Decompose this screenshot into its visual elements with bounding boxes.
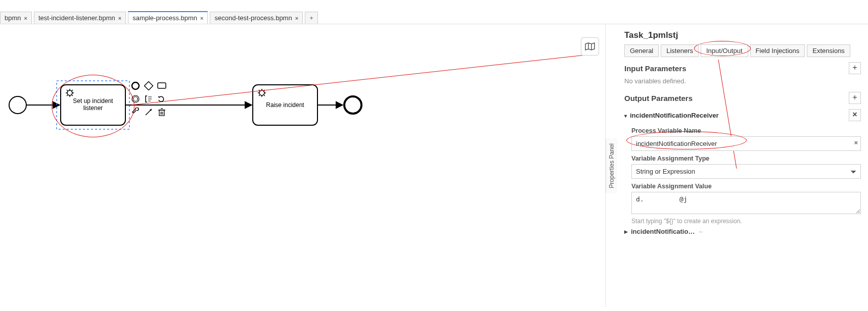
tab-test-incident-listener[interactable]: test-incident-listener.bpmn × xyxy=(34,12,126,24)
tab-label: bpmn xyxy=(5,14,21,22)
input-parameters-heading: Input Parameters xyxy=(624,64,687,73)
output-param-collapsed[interactable]: ▸ incidentNotificatio… ← xyxy=(624,225,861,238)
tab-bpmn[interactable]: bpmn × xyxy=(0,12,32,24)
annotation-line xyxy=(131,54,599,105)
minimap-toggle-button[interactable] xyxy=(581,37,599,56)
annotation-icon[interactable] xyxy=(144,94,154,104)
param-name: incidentNotificatio… xyxy=(631,228,695,235)
task-label: Set up incident xyxy=(73,97,113,105)
tab-extensions[interactable]: Extensions xyxy=(807,44,850,57)
end-event[interactable] xyxy=(344,96,361,114)
remove-param-button[interactable]: × xyxy=(849,109,861,121)
start-event[interactable] xyxy=(9,96,26,114)
expression-hint: Start typing "${}" to create an expressi… xyxy=(631,218,861,225)
property-tabs: General Listeners Input/Output Field Inj… xyxy=(624,44,861,57)
connect-icon[interactable] xyxy=(144,107,154,117)
chevron-down-icon: ▾ xyxy=(624,113,627,119)
tab-general[interactable]: General xyxy=(624,44,659,57)
properties-panel: Task_1pmlstj General Listeners Input/Out… xyxy=(617,24,868,307)
tab-input-output[interactable]: Input/Output xyxy=(701,44,748,57)
diagram-canvas[interactable]: Set up incident listener Raise incident xyxy=(0,24,605,307)
proc-var-name-label: Process Variable Name xyxy=(631,127,861,134)
plus-icon: + xyxy=(309,14,313,22)
svg-rect-19 xyxy=(145,82,153,90)
properties-panel-toggle[interactable]: Properties Panel xyxy=(606,138,617,193)
assign-type-select[interactable]: String or Expression xyxy=(631,164,861,179)
output-param-expanded[interactable]: ▾incidentNotificationReceiver × xyxy=(624,107,861,123)
tab-label: second-test-process.bpmn xyxy=(214,14,292,22)
trash-icon[interactable] xyxy=(157,107,167,117)
append-task-icon[interactable] xyxy=(157,81,167,91)
tab-label: test-incident-listener.bpmn xyxy=(38,14,115,22)
task-label: Raise incident xyxy=(266,101,304,109)
output-parameters-heading: Output Parameters xyxy=(624,94,693,102)
bpmn-diagram: Set up incident listener Raise incident xyxy=(0,24,605,307)
append-intermediate-event-icon[interactable] xyxy=(130,94,141,104)
close-icon[interactable]: × xyxy=(295,15,298,21)
tab-listeners[interactable]: Listeners xyxy=(661,44,699,57)
tab-second-test-process[interactable]: second-test-process.bpmn × xyxy=(210,12,303,24)
add-tab-button[interactable]: + xyxy=(305,12,318,24)
close-icon[interactable]: × xyxy=(118,15,121,21)
param-name: incidentNotificationReceiver xyxy=(630,112,719,119)
chevron-right-icon: ▸ xyxy=(624,228,628,235)
tab-label: Input/Output xyxy=(706,47,743,55)
context-pad xyxy=(130,81,167,117)
close-icon[interactable]: × xyxy=(24,15,27,21)
map-icon xyxy=(584,42,596,51)
input-params-empty: No variables defined. xyxy=(624,77,861,85)
clear-input-icon[interactable]: × xyxy=(854,139,858,146)
svg-point-18 xyxy=(132,82,139,89)
close-icon[interactable]: × xyxy=(200,15,203,21)
element-id-heading: Task_1pmlstj xyxy=(624,30,861,40)
tab-field-injections[interactable]: Field Injections xyxy=(750,44,805,57)
svg-rect-20 xyxy=(158,83,166,88)
arrow-left-icon: ← xyxy=(698,228,704,235)
add-input-param-button[interactable]: + xyxy=(849,62,861,74)
task-label: listener xyxy=(83,105,103,112)
wrench-icon[interactable] xyxy=(130,107,141,117)
svg-point-22 xyxy=(133,97,138,101)
editor-tabs: bpmn × test-incident-listener.bpmn × sam… xyxy=(0,10,868,24)
proc-var-name-input[interactable] xyxy=(631,136,861,151)
append-end-event-icon[interactable] xyxy=(130,81,141,91)
assign-value-label: Variable Assignment Value xyxy=(631,183,861,190)
tab-label: sample-process.bpmn xyxy=(132,14,197,22)
assign-type-label: Variable Assignment Type xyxy=(631,155,861,162)
tab-sample-process[interactable]: sample-process.bpmn × xyxy=(128,11,208,24)
add-output-param-button[interactable]: + xyxy=(849,92,861,104)
assign-value-input[interactable] xyxy=(631,192,861,214)
change-type-icon[interactable] xyxy=(157,94,167,104)
append-gateway-icon[interactable] xyxy=(144,81,154,91)
